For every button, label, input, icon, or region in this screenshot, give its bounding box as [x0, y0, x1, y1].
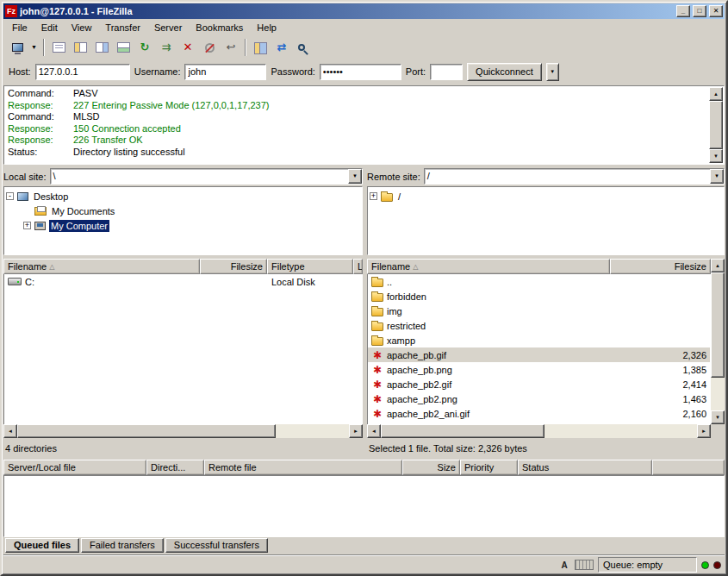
remote-file-row[interactable]: ✱apache_pb.png1,385 [368, 362, 710, 377]
scrollbar-thumb[interactable] [711, 272, 725, 378]
site-manager-icon [12, 43, 23, 52]
expand-icon[interactable]: + [370, 192, 377, 200]
sort-asc-icon: △ [413, 263, 418, 271]
tab-queued-files[interactable]: Queued files [5, 538, 79, 553]
password-input[interactable] [320, 64, 401, 80]
quickconnect-button[interactable]: Quickconnect [467, 63, 542, 81]
scroll-left-icon[interactable]: ◄ [367, 424, 381, 438]
combo-arrow-icon[interactable]: ▼ [710, 169, 724, 184]
maximize-button[interactable]: □ [693, 5, 706, 17]
column-filetype[interactable]: Filetype [267, 259, 353, 274]
toggle-queue-button[interactable] [113, 37, 134, 58]
site-manager-dropdown[interactable]: ▼ [28, 37, 40, 58]
menu-view[interactable]: View [65, 21, 99, 34]
combo-arrow-icon[interactable]: ▼ [348, 169, 362, 184]
column-filename[interactable]: Filename△ [367, 259, 610, 274]
queue-tabs: Queued files Failed transfers Successful… [3, 537, 725, 554]
local-directory-tree: - Desktop My Documents + My Computer [3, 186, 363, 255]
process-queue-button[interactable]: ⇉ [156, 37, 177, 58]
transfer-type-icon[interactable]: A [558, 559, 570, 572]
remote-site-combobox[interactable]: / ▼ [424, 168, 725, 185]
scroll-down-icon[interactable]: ▼ [709, 149, 723, 163]
remote-file-row[interactable]: ✱apache_pb2.gif2,414 [368, 377, 710, 391]
menu-edit[interactable]: Edit [34, 21, 65, 34]
remote-file-row[interactable]: xampp [368, 333, 710, 347]
cancel-button[interactable]: ✕ [177, 37, 198, 58]
expand-icon[interactable]: + [23, 222, 31, 229]
find-files-button[interactable] [293, 37, 314, 58]
disconnect-icon [205, 43, 215, 53]
menu-bookmarks[interactable]: Bookmarks [189, 21, 250, 34]
remote-file-row[interactable]: restricted [368, 318, 710, 333]
toggle-local-tree-button[interactable] [70, 37, 90, 58]
remote-file-row[interactable]: ✱apache_pb2_ani.gif2,160 [368, 406, 710, 421]
menu-server[interactable]: Server [147, 21, 189, 34]
scrollbar-thumb[interactable] [709, 101, 723, 149]
tab-successful-transfers[interactable]: Successful transfers [165, 538, 268, 553]
local-hscrollbar[interactable]: ◄ ► [3, 424, 363, 438]
column-filesize[interactable]: Filesize [200, 259, 267, 274]
quickconnect-dropdown[interactable]: ▼ [546, 63, 559, 81]
refresh-icon: ↻ [137, 41, 152, 54]
disconnect-button[interactable] [199, 37, 220, 58]
remote-file-row-selected[interactable]: ✱apache_pb.gif2,326 [368, 347, 710, 362]
collapse-icon[interactable]: - [6, 192, 14, 200]
refresh-button[interactable]: ↻ [134, 37, 155, 58]
remote-vscrollbar[interactable]: ▲ ▼ [711, 259, 725, 424]
column-server-local-file[interactable]: Server/Local file [3, 460, 146, 475]
reconnect-icon: ↩ [223, 41, 239, 54]
toggle-remote-tree-button[interactable] [91, 37, 112, 58]
column-size[interactable]: Size [402, 460, 460, 475]
site-manager-button[interactable] [7, 37, 28, 58]
tree-item-root[interactable]: + / [370, 189, 722, 203]
column-priority[interactable]: Priority [460, 460, 518, 475]
menu-file[interactable]: File [5, 21, 34, 34]
reconnect-button[interactable]: ↩ [221, 37, 241, 58]
tree-item-my-computer[interactable]: + My Computer [6, 218, 360, 233]
log-text: MLSD [73, 111, 100, 123]
column-last-modified[interactable]: L [353, 259, 363, 274]
tree-item-desktop[interactable]: - Desktop [6, 189, 360, 203]
local-site-combobox[interactable]: \ ▼ [50, 168, 363, 185]
column-filesize[interactable]: Filesize [610, 259, 711, 274]
scroll-right-icon[interactable]: ► [697, 424, 711, 438]
transfer-queue-list[interactable] [3, 475, 725, 537]
minimize-button[interactable]: _ [676, 5, 690, 17]
scrollbar-thumb[interactable] [17, 424, 276, 438]
scroll-up-icon[interactable]: ▲ [711, 259, 725, 272]
remote-file-row[interactable]: img [368, 304, 710, 318]
local-tree-icon [74, 42, 87, 53]
log-scrollbar[interactable]: ▲ ▼ [709, 87, 723, 163]
menu-transfer[interactable]: Transfer [98, 21, 147, 34]
scroll-left-icon[interactable]: ◄ [3, 424, 17, 438]
menu-help[interactable]: Help [250, 21, 283, 34]
scrollbar-thumb[interactable] [381, 424, 544, 438]
column-filename[interactable]: Filename△ [3, 259, 200, 274]
remote-file-row[interactable]: forbidden [368, 289, 710, 304]
close-button[interactable]: ✕ [709, 5, 723, 17]
synchronized-browsing-button[interactable]: ⇄ [271, 37, 292, 58]
message-log-icon [53, 42, 65, 53]
remote-file-row[interactable]: ✱apache_pb2.png1,463 [368, 391, 710, 406]
column-direction[interactable]: Directi... [146, 460, 204, 475]
tab-failed-transfers[interactable]: Failed transfers [81, 538, 164, 553]
username-input[interactable] [184, 64, 266, 80]
scroll-down-icon[interactable]: ▼ [711, 410, 725, 424]
directory-comparison-button[interactable] [250, 37, 271, 58]
host-input[interactable] [35, 64, 130, 80]
toolbar-separator [43, 39, 45, 56]
column-remote-file[interactable]: Remote file [204, 460, 402, 475]
remote-hscrollbar[interactable]: ◄ ► [367, 424, 711, 438]
port-input[interactable] [430, 64, 463, 80]
local-file-row[interactable]: C: Local Disk [4, 274, 362, 289]
remote-file-row[interactable]: .. [368, 274, 710, 289]
queue-header: Server/Local file Directi... Remote file… [3, 460, 725, 475]
remote-directory-tree: + / [367, 186, 725, 255]
tree-item-my-documents[interactable]: My Documents [6, 203, 360, 218]
scroll-right-icon[interactable]: ► [349, 424, 363, 438]
column-status[interactable]: Status [518, 460, 652, 475]
scroll-up-icon[interactable]: ▲ [709, 87, 723, 101]
folder-icon [371, 279, 383, 287]
toggle-message-log-button[interactable] [48, 37, 69, 58]
encryption-indicator-icon[interactable] [575, 559, 594, 572]
